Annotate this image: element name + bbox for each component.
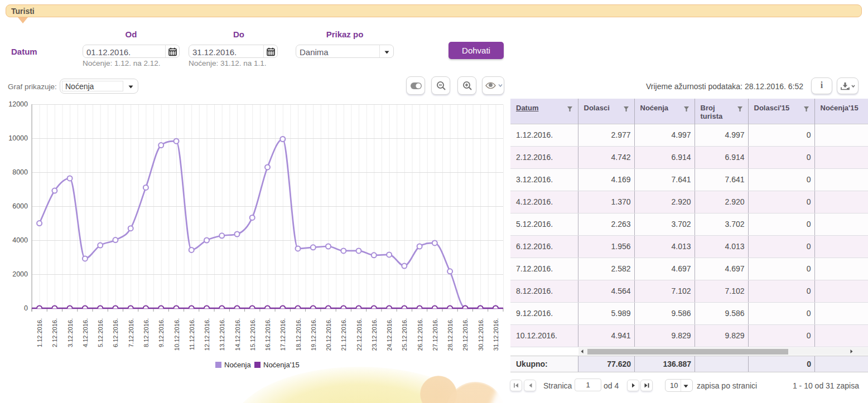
svg-text:27.12.2016.: 27.12.2016. <box>432 318 438 351</box>
svg-text:8000: 8000 <box>12 168 28 176</box>
svg-text:28.12.2016.: 28.12.2016. <box>447 318 454 351</box>
svg-text:3.12.2016.: 3.12.2016. <box>67 318 74 347</box>
svg-text:Noćenja'15: Noćenja'15 <box>263 361 300 369</box>
svg-text:2.12.2016.: 2.12.2016. <box>51 318 58 347</box>
svg-text:29.12.2016.: 29.12.2016. <box>462 318 469 351</box>
svg-text:21.12.2016.: 21.12.2016. <box>340 318 347 351</box>
svg-text:15.12.2016.: 15.12.2016. <box>249 318 256 351</box>
svg-text:11.12.2016.: 11.12.2016. <box>189 318 195 350</box>
svg-text:Noćenja: Noćenja <box>224 361 251 369</box>
svg-text:26.12.2016.: 26.12.2016. <box>417 318 423 351</box>
svg-text:23.12.2016.: 23.12.2016. <box>371 318 378 351</box>
svg-text:14.12.2016.: 14.12.2016. <box>234 318 241 351</box>
svg-text:6000: 6000 <box>12 202 28 210</box>
svg-text:18.12.2016.: 18.12.2016. <box>295 318 302 351</box>
svg-text:22.12.2016.: 22.12.2016. <box>356 318 363 351</box>
svg-text:7.12.2016.: 7.12.2016. <box>128 318 134 347</box>
svg-text:12.12.2016.: 12.12.2016. <box>204 318 210 351</box>
svg-text:30.12.2016.: 30.12.2016. <box>478 318 484 351</box>
svg-text:4000: 4000 <box>12 236 28 244</box>
svg-text:0: 0 <box>24 304 28 312</box>
svg-text:1.12.2016.: 1.12.2016. <box>36 318 43 347</box>
svg-text:4.12.2016.: 4.12.2016. <box>82 318 89 347</box>
svg-text:8.12.2016.: 8.12.2016. <box>143 318 150 347</box>
svg-text:20.12.2016.: 20.12.2016. <box>325 318 332 351</box>
svg-text:5.12.2016.: 5.12.2016. <box>97 318 104 347</box>
svg-text:10000: 10000 <box>8 134 28 142</box>
svg-text:31.12.2016.: 31.12.2016. <box>493 318 499 351</box>
svg-text:12000: 12000 <box>8 100 28 108</box>
svg-text:17.12.2016.: 17.12.2016. <box>279 318 286 351</box>
svg-text:2000: 2000 <box>12 270 28 278</box>
svg-text:16.12.2016.: 16.12.2016. <box>264 318 271 351</box>
svg-text:9.12.2016.: 9.12.2016. <box>158 318 165 347</box>
svg-text:6.12.2016.: 6.12.2016. <box>112 318 119 347</box>
svg-text:13.12.2016.: 13.12.2016. <box>219 318 225 351</box>
svg-text:19.12.2016.: 19.12.2016. <box>310 318 317 351</box>
svg-text:10.12.2016.: 10.12.2016. <box>173 318 180 351</box>
svg-text:25.12.2016.: 25.12.2016. <box>401 318 408 351</box>
svg-text:24.12.2016.: 24.12.2016. <box>386 318 393 351</box>
